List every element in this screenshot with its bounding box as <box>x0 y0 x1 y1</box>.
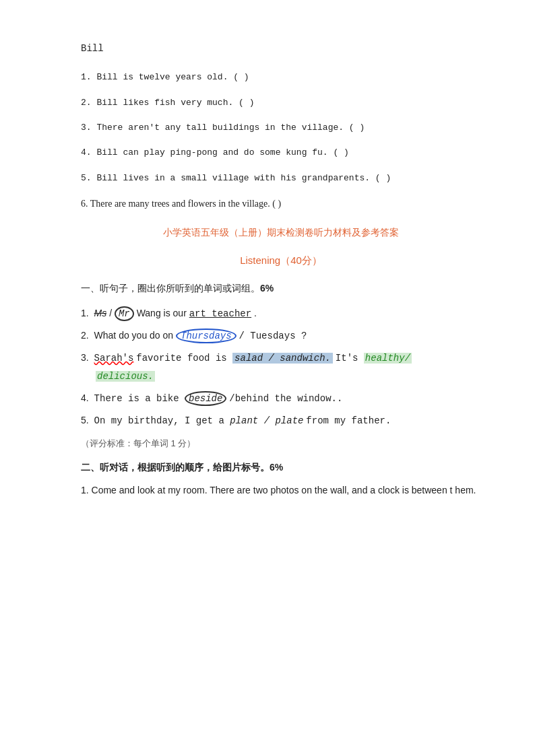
sentence-1: 1. Ms / Mr Wang is our art teacher . <box>81 304 481 323</box>
sentence-4: 4. There is a bike beside /behind the wi… <box>81 388 481 408</box>
tf-item-1: 1. Bill is twelve years old. ( ) <box>81 69 481 85</box>
bill-label: Bill <box>81 40 481 57</box>
tf-item-6: 6. There are many trees and flowers in t… <box>81 195 481 212</box>
scoring-note: （评分标准：每个单词 1 分） <box>81 436 481 451</box>
sentence-3-healthy: healthy/ <box>364 353 412 364</box>
listening-title: Listening（40分） <box>81 251 481 269</box>
section2-header: 二、听对话，根据听到的顺序，给图片标号。6% <box>81 459 481 476</box>
sentence-2-thursdays-circled: Thursdays <box>176 329 237 343</box>
sentence-5-plant-plate: plant / plate <box>230 415 303 426</box>
sentence-5-num: 5. <box>81 415 89 425</box>
sentence-3-delicious: delicious. <box>96 371 155 382</box>
tf-item-2: 2. Bill likes fish very much. ( ) <box>81 95 481 110</box>
sentence-2: 2. What do you do on Thursdays / Tuesday… <box>81 326 481 345</box>
tf-item-5: 5. Bill lives in a small village with hi… <box>81 170 481 186</box>
sentence-3-num: 3. <box>81 352 89 363</box>
center-title: 小学英语五年级（上册）期末检测卷听力材料及参考答案 <box>81 224 481 241</box>
section2-text: 1. Come and look at my room. There are t… <box>81 481 481 500</box>
sentence-1-mr-circled: Mr <box>115 306 134 321</box>
sentence-3-salad-highlight: salad / sandwich. <box>232 353 333 364</box>
sentence-4-num: 4. <box>81 392 89 403</box>
sentence-1-art-teacher: art teacher <box>189 308 251 319</box>
tf-item-4: 4. Bill can play ping-pong and do some k… <box>81 145 481 160</box>
sentence-5: 5. On my birthday, I get a plant / plate… <box>81 411 481 430</box>
sentence-1-ms: Ms <box>94 308 107 318</box>
section1-header: 一、听句子，圈出你所听到的单词或词组。6% <box>81 280 481 297</box>
tf-item-3: 3. There aren't any tall buildings in th… <box>81 120 481 135</box>
sentence-3: 3. Sarah's favorite food is salad / sand… <box>81 348 481 368</box>
sentence-3-line2: delicious. <box>81 366 481 386</box>
sentence-4-beside-circled: beside <box>185 391 226 406</box>
sentence-1-num: 1. <box>81 308 89 318</box>
sentence-2-num: 2. <box>81 330 89 341</box>
